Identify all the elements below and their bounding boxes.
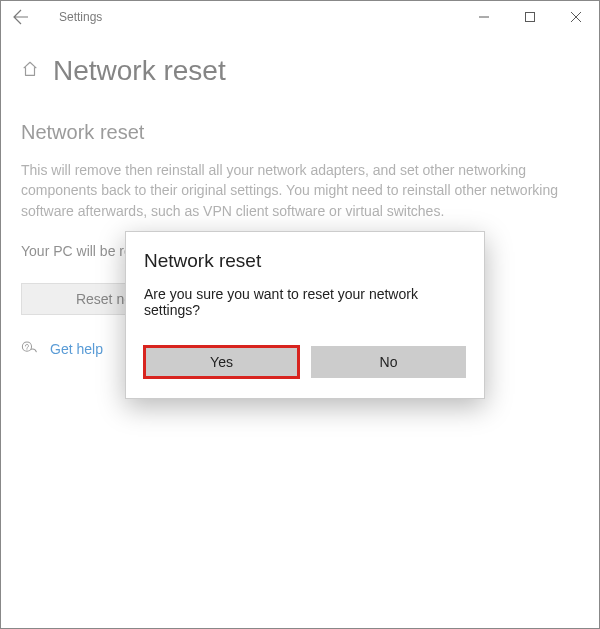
- yes-button[interactable]: Yes: [144, 346, 299, 378]
- dialog-title: Network reset: [144, 250, 466, 272]
- dialog-buttons: Yes No: [144, 346, 466, 378]
- dialog-message: Are you sure you want to reset your netw…: [144, 286, 466, 318]
- confirm-dialog: Network reset Are you sure you want to r…: [125, 231, 485, 399]
- no-button[interactable]: No: [311, 346, 466, 378]
